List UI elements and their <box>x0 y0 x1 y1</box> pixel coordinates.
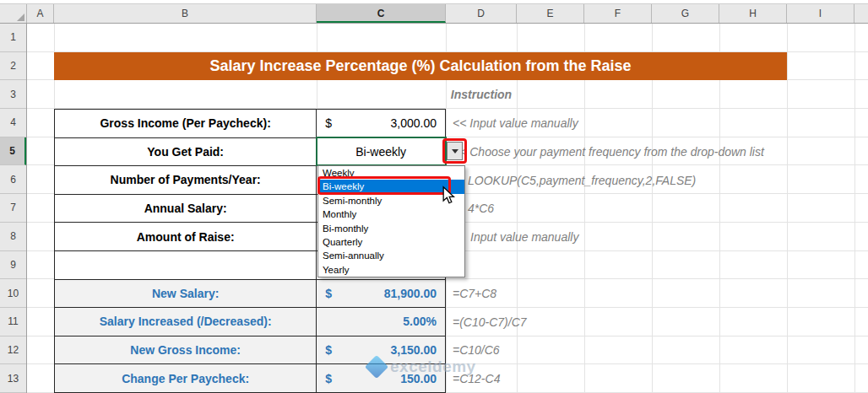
payment-frequency-dropdown: Weekly Bi-weekly Semi-monthly Monthly Bi… <box>317 165 465 277</box>
page-title: Salary Increase Percentage (%) Calculati… <box>209 57 631 75</box>
column-header-b[interactable]: B <box>54 4 317 23</box>
note-new-gross-income-formula[interactable]: =C10/C6 <box>453 336 500 364</box>
row-header-9[interactable]: 9 <box>0 251 26 280</box>
row-header-10[interactable]: 10 <box>0 279 26 308</box>
note-payment-frequency[interactable]: << Choose your payment frequency from th… <box>453 137 764 166</box>
currency-symbol: $ <box>325 343 332 357</box>
table-row-salary-increased: Salary Increased (/Decreased): 5.00% <box>55 308 445 336</box>
dropdown-option-monthly[interactable]: Monthly <box>318 207 464 221</box>
table-row-new-salary: New Salary: $ 81,900.00 <box>55 280 445 309</box>
row-header-4[interactable]: 4 <box>0 109 26 137</box>
gridline <box>854 24 855 393</box>
column-headers: A B C D E F G H I <box>0 3 868 24</box>
dropdown-option-biweekly[interactable]: Bi-weekly <box>318 180 464 193</box>
note-salary-increase-formula[interactable]: =(C10-C7)/C7 <box>453 308 527 336</box>
cell-change-per-paycheck-value[interactable]: $ 150.00 <box>317 364 445 392</box>
currency-symbol: $ <box>325 116 332 130</box>
row-header-12[interactable]: 12 <box>0 336 26 365</box>
column-header-f[interactable]: F <box>584 4 652 23</box>
note-gross-income[interactable]: << Input value manually <box>453 109 578 137</box>
cell-change-per-paycheck-label[interactable]: Change Per Paycheck: <box>55 364 317 392</box>
selected-frequency: Bi-weekly <box>355 145 406 159</box>
row-header-8[interactable]: 8 <box>0 223 26 251</box>
row-header-13[interactable]: 13 <box>0 364 26 393</box>
percent-value: 5.00% <box>403 315 437 328</box>
row-header-1[interactable]: 1 <box>0 24 26 52</box>
dropdown-arrow-button[interactable] <box>447 142 463 160</box>
column-header-a[interactable]: A <box>27 4 54 23</box>
cell-amount-of-raise-label[interactable]: Amount of Raise: <box>55 223 317 250</box>
cell-new-gross-income-value[interactable]: $ 3,150.00 <box>317 336 445 364</box>
note-annual-salary-formula[interactable]: 4*C6 <box>468 194 494 223</box>
column-header-h[interactable]: H <box>719 4 787 23</box>
table-row-new-gross-income: New Gross Income: $ 3,150.00 <box>55 336 445 365</box>
table-row-you-get-paid: You Get Paid: Bi-weekly <box>55 138 445 167</box>
dropdown-option-yearly[interactable]: Yearly <box>318 263 464 277</box>
cell-you-get-paid-label[interactable]: You Get Paid: <box>55 138 317 166</box>
table-row-gross-income: Gross Income (Per Paycheck): $ 3,000.00 <box>55 110 445 138</box>
amount-value: 3,150.00 <box>391 343 437 357</box>
dropdown-option-semimonthly[interactable]: Semi-monthly <box>318 194 464 207</box>
cell-salary-increased-value[interactable]: 5.00% <box>317 308 445 336</box>
note-change-per-paycheck-formula[interactable]: =C12-C4 <box>453 364 500 393</box>
cell-empty[interactable] <box>55 251 317 279</box>
dropdown-option-weekly[interactable]: Weekly <box>318 166 464 180</box>
table-row-change-per-paycheck: Change Per Paycheck: $ 150.00 <box>55 364 445 392</box>
dropdown-option-semiannually[interactable]: Semi-annually <box>318 249 464 262</box>
dropdown-option-bimonthly[interactable]: Bi-monthly <box>318 222 464 235</box>
row-header-11[interactable]: 11 <box>0 308 26 336</box>
title-banner: Salary Increase Percentage (%) Calculati… <box>54 52 787 80</box>
cell-new-gross-income-label[interactable]: New Gross Income: <box>55 336 317 364</box>
column-header-g[interactable]: G <box>652 4 719 23</box>
cell-new-salary-label[interactable]: New Salary: <box>55 280 317 308</box>
note-vlookup-formula[interactable]: LOOKUP(C5,payment_frequency,2,FALSE) <box>468 166 696 195</box>
select-all-button[interactable] <box>0 4 27 23</box>
gridline <box>787 24 788 393</box>
amount-value: 81,900.00 <box>384 287 437 300</box>
note-new-salary-formula[interactable]: =C7+C8 <box>453 279 496 308</box>
instruction-header[interactable]: Instruction <box>446 81 517 109</box>
row-header-2[interactable]: 2 <box>0 52 26 81</box>
cell-payment-frequency-value[interactable]: Bi-weekly <box>317 138 445 166</box>
cell-annual-salary-label[interactable]: Annual Salary: <box>55 195 317 223</box>
amount-value: 150.00 <box>400 372 437 385</box>
row-header-7[interactable]: 7 <box>0 194 26 223</box>
row-header-6[interactable]: 6 <box>0 165 26 194</box>
column-header-d[interactable]: D <box>446 4 517 23</box>
amount-value: 3,000.00 <box>391 116 437 130</box>
cell-payments-per-year-label[interactable]: Number of Payments/Year: <box>55 166 317 194</box>
select-all-triangle-icon <box>17 13 24 21</box>
cell-gross-income-value[interactable]: $ 3,000.00 <box>317 110 445 137</box>
column-header-filler <box>854 4 868 23</box>
row-header-3[interactable]: 3 <box>0 80 26 109</box>
cell-new-salary-value[interactable]: $ 81,900.00 <box>317 280 445 308</box>
cell-salary-increased-label[interactable]: Salary Increased (/Decreased): <box>55 308 317 336</box>
chevron-down-icon <box>452 149 458 153</box>
dropdown-option-quarterly[interactable]: Quarterly <box>318 235 464 249</box>
currency-symbol: $ <box>325 372 332 385</box>
currency-symbol: $ <box>325 287 332 300</box>
row-headers: 1 2 3 4 5 6 7 8 9 10 11 12 13 <box>0 24 27 393</box>
column-header-e[interactable]: E <box>517 4 584 23</box>
excel-worksheet: A B C D E F G H I 1 2 3 4 5 6 7 8 9 10 1… <box>0 0 868 393</box>
note-amount-of-raise[interactable]: Input value manually <box>470 223 578 251</box>
column-header-c[interactable]: C <box>317 4 446 23</box>
column-header-i[interactable]: I <box>787 4 854 23</box>
cell-gross-income-label[interactable]: Gross Income (Per Paycheck): <box>55 110 317 137</box>
row-header-5[interactable]: 5 <box>0 137 26 166</box>
